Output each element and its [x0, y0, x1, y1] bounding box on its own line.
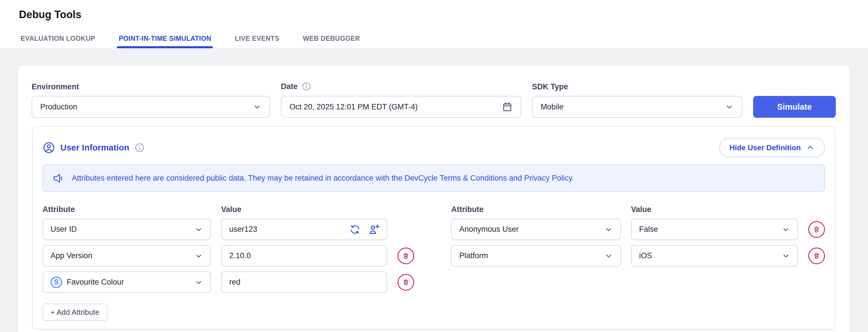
- chevron-down-icon: [195, 225, 203, 234]
- column-headers: Attribute Value: [451, 205, 825, 214]
- tab-live-events[interactable]: LIVE EVENTS: [234, 30, 280, 48]
- refresh-user-id-icon[interactable]: [348, 222, 362, 236]
- attribute-select-value: Platform: [459, 251, 488, 260]
- delete-attribute-button[interactable]: [808, 247, 825, 264]
- info-icon[interactable]: [134, 143, 145, 153]
- add-attribute-button[interactable]: + Add Attribute: [42, 304, 107, 321]
- trash-icon: [402, 278, 410, 286]
- attribute-select[interactable]: App Version: [42, 245, 211, 267]
- environment-select[interactable]: Production: [32, 96, 270, 118]
- attribute-row: User ID: [42, 218, 414, 240]
- delete-attribute-button[interactable]: [398, 274, 414, 291]
- date-input[interactable]: Oct 20, 2025 12:01 PM EDT (GMT-4): [281, 96, 521, 118]
- simulation-card: Environment Production Date Oct 20, 2025: [18, 65, 849, 332]
- value-input-wrap: [221, 245, 387, 267]
- chevron-down-icon: [195, 252, 203, 260]
- user-information-section: User Information Hide User Definition At…: [32, 126, 835, 329]
- delete-attribute-button[interactable]: [808, 221, 825, 238]
- info-icon[interactable]: [302, 82, 311, 91]
- simulation-form-row: Environment Production Date Oct 20, 2025: [32, 82, 836, 118]
- person-add-icon[interactable]: [367, 222, 381, 237]
- chevron-down-icon: [604, 225, 613, 234]
- date-label: Date: [281, 82, 298, 91]
- attribute-row: S Favourite Colour: [42, 271, 414, 293]
- calendar-icon[interactable]: [502, 101, 513, 112]
- environment-label: Environment: [32, 83, 270, 91]
- attribute-select-value: User ID: [51, 225, 77, 234]
- attribute-select-value: App Version: [51, 251, 92, 260]
- public-data-notice-text: Attributes entered here are considered p…: [72, 174, 574, 183]
- environment-select-value: Production: [40, 102, 77, 112]
- sdk-type-select[interactable]: Mobile: [532, 96, 742, 118]
- chevron-down-icon: [195, 278, 203, 286]
- chevron-up-icon: [806, 143, 814, 152]
- value-column-header: Value: [221, 205, 387, 214]
- tab-evaluation-lookup[interactable]: EVALUATION LOOKUP: [20, 30, 96, 48]
- value-input-wrap: [221, 271, 387, 293]
- value-input-wrap: [221, 218, 387, 240]
- date-field: Date Oct 20, 2025 12:01 PM EDT (GMT-4): [281, 82, 521, 118]
- public-data-notice-banner: Attributes entered here are considered p…: [42, 164, 825, 192]
- trash-icon: [402, 252, 410, 260]
- hide-user-definition-label: Hide User Definition: [730, 143, 801, 152]
- value-select-value: False: [639, 225, 658, 234]
- page-title: Debug Tools: [19, 9, 868, 21]
- user-id-actions: [348, 222, 381, 237]
- attribute-select-value: Anonymous User: [459, 225, 519, 234]
- attribute-select[interactable]: Platform: [451, 245, 621, 267]
- attribute-row: Anonymous User False: [451, 218, 825, 240]
- user-information-header: User Information Hide User Definition: [42, 138, 825, 157]
- megaphone-icon: [52, 172, 64, 184]
- value-select[interactable]: False: [631, 218, 798, 240]
- environment-field: Environment Production: [32, 83, 270, 118]
- attributes-grid: Attribute Value User ID: [42, 205, 825, 321]
- chevron-down-icon: [782, 252, 790, 260]
- tab-web-debugger[interactable]: WEB DEBUGGER: [302, 30, 361, 48]
- chevron-down-icon: [782, 225, 790, 234]
- user-id-value-input[interactable]: [229, 225, 345, 234]
- delete-attribute-button[interactable]: [398, 247, 414, 264]
- attributes-column-right: Attribute Value Anonymous User: [451, 205, 825, 321]
- simulate-button[interactable]: Simulate: [753, 96, 836, 118]
- sdk-type-select-value: Mobile: [540, 102, 563, 112]
- user-information-title: User Information: [60, 143, 129, 152]
- tab-point-in-time-simulation[interactable]: POINT-IN-TIME SIMULATION: [118, 30, 212, 48]
- sdk-type-label: SDK Type: [532, 83, 742, 91]
- value-select-value: iOS: [639, 251, 652, 260]
- attributes-column-left: Attribute Value User ID: [42, 205, 414, 321]
- date-input-value: Oct 20, 2025 12:01 PM EDT (GMT-4): [289, 102, 418, 112]
- attribute-row: App Version: [42, 245, 414, 267]
- attribute-select[interactable]: Anonymous User: [451, 218, 621, 240]
- sdk-type-field: SDK Type Mobile: [532, 83, 742, 118]
- attribute-column-header: Attribute: [42, 205, 211, 214]
- page-body: Environment Production Date Oct 20, 2025: [0, 48, 868, 332]
- date-label-row: Date: [281, 82, 521, 91]
- attribute-column-header: Attribute: [451, 205, 621, 214]
- attribute-select-value: Favourite Colour: [67, 278, 124, 286]
- user-circle-icon: [42, 141, 55, 154]
- top-header: Debug Tools EVALUATION LOOKUP POINT-IN-T…: [0, 0, 868, 48]
- hide-user-definition-button[interactable]: Hide User Definition: [719, 138, 825, 157]
- value-select[interactable]: iOS: [631, 245, 798, 267]
- chevron-down-icon: [725, 102, 734, 111]
- attribute-select[interactable]: User ID: [42, 218, 211, 240]
- favourite-colour-value-input[interactable]: [229, 278, 381, 286]
- chevron-down-icon: [604, 252, 613, 260]
- column-headers: Attribute Value: [42, 205, 414, 214]
- string-type-badge: S: [51, 277, 62, 288]
- value-column-header: Value: [631, 205, 798, 214]
- trash-icon: [812, 252, 820, 260]
- attribute-select[interactable]: S Favourite Colour: [42, 271, 211, 293]
- trash-icon: [812, 225, 820, 234]
- attribute-row: Platform iOS: [451, 245, 825, 267]
- tab-bar: EVALUATION LOOKUP POINT-IN-TIME SIMULATI…: [20, 30, 361, 48]
- app-version-value-input[interactable]: [229, 251, 381, 260]
- chevron-down-icon: [253, 102, 261, 111]
